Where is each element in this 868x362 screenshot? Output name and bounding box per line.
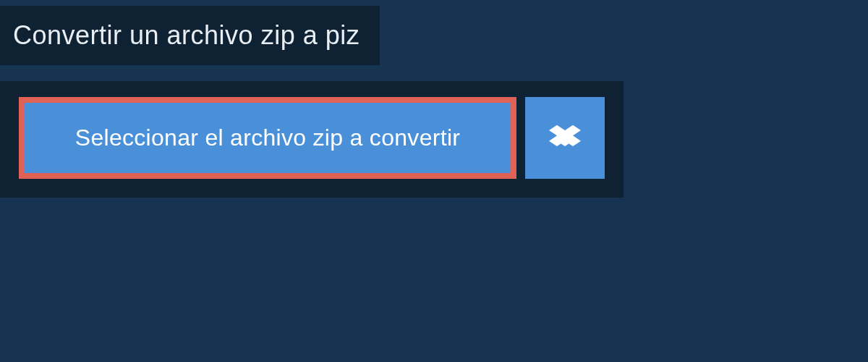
upload-panel: Seleccionar el archivo zip a convertir bbox=[0, 81, 624, 198]
title-bar: Convertir un archivo zip a piz bbox=[0, 6, 380, 65]
dropbox-icon bbox=[549, 122, 581, 154]
select-file-button[interactable]: Seleccionar el archivo zip a convertir bbox=[19, 97, 516, 179]
dropbox-button[interactable] bbox=[525, 97, 605, 179]
page-title: Convertir un archivo zip a piz bbox=[13, 20, 359, 51]
